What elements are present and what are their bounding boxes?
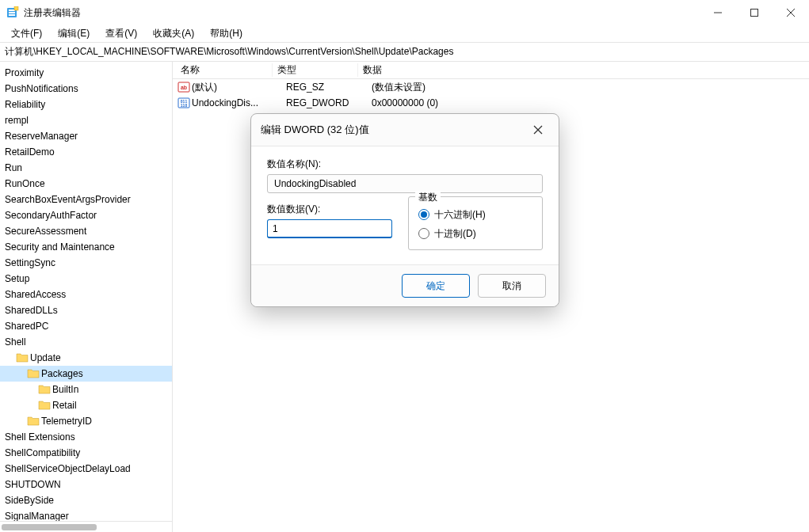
menu-edit[interactable]: 编辑(E) xyxy=(55,25,93,42)
svg-rect-4 xyxy=(14,6,18,10)
tree-item[interactable]: SideBySide xyxy=(0,492,172,508)
tree-item[interactable]: Shell Extensions xyxy=(0,429,172,445)
ok-button[interactable]: 确定 xyxy=(402,274,470,298)
tree-item-label: rempl xyxy=(5,115,29,126)
menu-file[interactable]: 文件(F) xyxy=(8,25,45,42)
tree-item[interactable]: SHUTDOWN xyxy=(0,477,172,492)
radix-dec-option[interactable]: 十进制(D) xyxy=(418,224,532,243)
svg-rect-2 xyxy=(9,12,15,13)
tree-item-label: Shell xyxy=(5,336,26,348)
tree-item[interactable]: Security and Maintenance xyxy=(0,239,172,255)
tree-item[interactable]: Setup xyxy=(0,271,172,287)
tree-item-label: SecondaryAuthFactor xyxy=(5,210,97,221)
cell-type: REG_DWORD xyxy=(286,97,372,108)
tree-item-label: Security and Maintenance xyxy=(5,241,115,253)
dialog-titlebar[interactable]: 编辑 DWORD (32 位)值 xyxy=(251,114,559,146)
value-data-label: 数值数据(V): xyxy=(267,203,394,216)
dialog-close-button[interactable] xyxy=(527,119,549,141)
cell-data: 0x00000000 (0) xyxy=(372,97,809,108)
list-row[interactable]: ab(默认)REG_SZ(数值未设置) xyxy=(173,79,809,95)
tree-item[interactable]: Retail xyxy=(0,397,172,413)
tree-item[interactable]: ReserveManager xyxy=(0,128,172,144)
tree-item[interactable]: Shell xyxy=(0,334,172,350)
close-button[interactable] xyxy=(773,1,809,25)
address-bar[interactable]: 计算机\HKEY_LOCAL_MACHINE\SOFTWARE\Microsof… xyxy=(0,43,809,62)
svg-text:110: 110 xyxy=(181,103,188,108)
tree-item-label: SharedDLLs xyxy=(5,305,58,316)
radix-label: 基数 xyxy=(415,191,441,204)
tree-item-label: SignalManager xyxy=(5,511,69,522)
tree-item-label: SearchBoxEventArgsProvider xyxy=(5,194,131,205)
col-type-header[interactable]: 类型 xyxy=(273,63,358,77)
tree-item-label: Retail xyxy=(52,400,77,411)
cell-type: REG_SZ xyxy=(286,82,372,93)
tree-item[interactable]: Update xyxy=(0,350,172,366)
tree-item[interactable]: RetailDemo xyxy=(0,144,172,160)
tree-item[interactable]: PushNotifications xyxy=(0,81,172,97)
regedit-icon xyxy=(6,6,19,19)
tree-hscrollbar[interactable] xyxy=(0,521,172,532)
tree-item-label: SecureAssessment xyxy=(5,226,86,237)
tree-pane[interactable]: ProximityPushNotificationsReliabilityrem… xyxy=(0,62,173,532)
tree-item[interactable]: RunOnce xyxy=(0,176,172,192)
tree-item-label: Reliability xyxy=(5,99,45,110)
radix-hex-label: 十六进制(H) xyxy=(434,208,486,222)
tree-item[interactable]: TelemetryID xyxy=(0,413,172,429)
close-icon xyxy=(533,125,543,135)
col-name-header[interactable]: 名称 xyxy=(173,63,273,77)
tree-item-label: SettingSync xyxy=(5,257,55,268)
tree-item-label: Run xyxy=(5,162,22,173)
tree-item-label: BuiltIn xyxy=(52,384,78,395)
tree-item-label: SideBySide xyxy=(5,495,54,506)
value-name-input[interactable] xyxy=(267,174,543,193)
tree-item[interactable]: SecureAssessment xyxy=(0,223,172,239)
minimize-button[interactable] xyxy=(700,1,736,25)
tree-item[interactable]: SecondaryAuthFactor xyxy=(0,207,172,223)
tree-item[interactable]: SharedDLLs xyxy=(0,302,172,318)
tree-item[interactable]: Run xyxy=(0,160,172,176)
list-header: 名称 类型 数据 xyxy=(173,62,809,79)
tree-item[interactable]: SearchBoxEventArgsProvider xyxy=(0,192,172,207)
menu-view[interactable]: 查看(V) xyxy=(102,25,140,42)
cancel-button[interactable]: 取消 xyxy=(478,274,546,298)
svg-rect-6 xyxy=(751,10,758,17)
window-controls xyxy=(700,1,809,25)
tree-item[interactable]: SharedAccess xyxy=(0,287,172,302)
tree-item[interactable]: SharedPC xyxy=(0,318,172,334)
tree-item[interactable]: rempl xyxy=(0,112,172,128)
radix-groupbox: 基数 十六进制(H) 十进制(D) xyxy=(408,196,543,250)
dialog-body: 数值名称(N): 数值数据(V): 基数 十六进制(H) 十进制(D) xyxy=(251,146,559,265)
list-row[interactable]: 011110UndockingDis...REG_DWORD0x00000000… xyxy=(173,95,809,111)
radix-hex-option[interactable]: 十六进制(H) xyxy=(418,205,532,224)
tree-item-label: Shell Extensions xyxy=(5,431,75,443)
tree-item[interactable]: BuiltIn xyxy=(0,382,172,397)
tree-item[interactable]: SettingSync xyxy=(0,255,172,271)
tree-item-label: Setup xyxy=(5,273,29,284)
menu-help[interactable]: 帮助(H) xyxy=(207,25,246,42)
radio-checked-icon xyxy=(418,209,429,220)
tree-item[interactable]: ShellCompatibility xyxy=(0,445,172,461)
tree-item[interactable]: Proximity xyxy=(0,65,172,81)
tree-item-label: ShellCompatibility xyxy=(5,447,80,458)
tree-item-label: SharedAccess xyxy=(5,289,66,300)
radio-unchecked-icon xyxy=(418,228,429,239)
tree-item-label: Proximity xyxy=(5,67,44,78)
value-data-input[interactable] xyxy=(267,219,392,238)
menu-favorites[interactable]: 收藏夹(A) xyxy=(150,25,197,42)
col-data-header[interactable]: 数据 xyxy=(358,63,809,77)
tree-item-label: Update xyxy=(30,352,61,363)
tree-item-label: SHUTDOWN xyxy=(5,479,61,490)
svg-rect-3 xyxy=(9,14,15,16)
tree-item-label: RunOnce xyxy=(5,178,45,189)
dialog-title: 编辑 DWORD (32 位)值 xyxy=(261,123,369,137)
tree-item[interactable]: Reliability xyxy=(0,97,172,112)
cell-name: (默认) xyxy=(192,81,286,94)
tree-item[interactable]: Packages xyxy=(0,366,172,382)
edit-dword-dialog: 编辑 DWORD (32 位)值 数值名称(N): 数值数据(V): 基数 十六… xyxy=(250,113,559,307)
tree-item[interactable]: ShellServiceObjectDelayLoad xyxy=(0,461,172,477)
tree-item-label: PushNotifications xyxy=(5,83,78,94)
window-title: 注册表编辑器 xyxy=(24,6,81,20)
tree-item-label: Packages xyxy=(41,368,83,379)
radix-dec-label: 十进制(D) xyxy=(434,227,476,241)
maximize-button[interactable] xyxy=(736,1,773,25)
